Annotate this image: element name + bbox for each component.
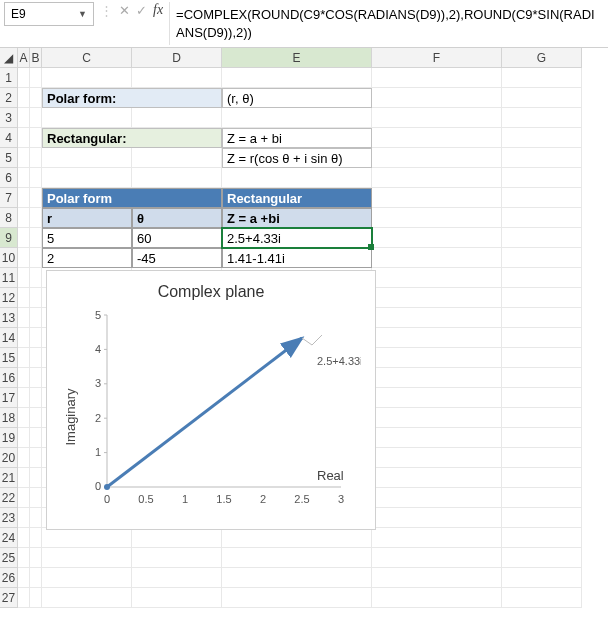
formula-buttons: ⋮ ✕ ✓ fx <box>94 2 169 18</box>
separator-icon: ⋮ <box>100 3 113 18</box>
table-cell-z[interactable]: 1.41-1.41i <box>222 248 372 268</box>
row-header[interactable]: 10 <box>0 248 18 268</box>
table-sub-r[interactable]: r <box>42 208 132 228</box>
value-polar-form[interactable]: (r, θ) <box>222 88 372 108</box>
row-header[interactable]: 12 <box>0 288 18 308</box>
row-header[interactable]: 16 <box>0 368 18 388</box>
row-header[interactable]: 14 <box>0 328 18 348</box>
cell-reference: E9 <box>11 7 26 21</box>
row-header[interactable]: 4 <box>0 128 18 148</box>
svg-text:2: 2 <box>95 412 101 424</box>
row-header[interactable]: 6 <box>0 168 18 188</box>
svg-line-21 <box>107 338 302 487</box>
formula-bar: E9 ▼ ⋮ ✕ ✓ fx =COMPLEX(ROUND(C9*COS(RADI… <box>0 0 608 48</box>
row-header[interactable]: 19 <box>0 428 18 448</box>
row-header[interactable]: 5 <box>0 148 18 168</box>
row-header[interactable]: 7 <box>0 188 18 208</box>
row-header[interactable]: 26 <box>0 568 18 588</box>
table-sub-theta[interactable]: θ <box>132 208 222 228</box>
col-header[interactable]: F <box>372 48 502 68</box>
svg-text:0: 0 <box>104 493 110 505</box>
chevron-down-icon[interactable]: ▼ <box>78 9 87 19</box>
selected-cell[interactable]: 2.5+4.33i <box>221 227 373 249</box>
table-cell-theta[interactable]: -45 <box>132 248 222 268</box>
row-header[interactable]: 1 <box>0 68 18 88</box>
row-header[interactable]: 8 <box>0 208 18 228</box>
col-header[interactable]: C <box>42 48 132 68</box>
svg-text:0.5: 0.5 <box>138 493 153 505</box>
table-cell-r[interactable]: 5 <box>42 228 132 248</box>
chart-complex-plane[interactable]: Complex plane 0 1 2 3 4 5 0 0.5 1 1.5 <box>46 270 376 530</box>
svg-point-22 <box>104 484 110 490</box>
formula-input[interactable]: =COMPLEX(ROUND(C9*COS(RADIANS(D9)),2),RO… <box>169 2 604 45</box>
row-header[interactable]: 3 <box>0 108 18 128</box>
row-header[interactable]: 15 <box>0 348 18 368</box>
chart-ylabel: Imaginary <box>63 388 78 446</box>
chart-xlabel: Real <box>317 468 344 483</box>
row-header[interactable]: 11 <box>0 268 18 288</box>
row-header[interactable]: 17 <box>0 388 18 408</box>
row-header[interactable]: 21 <box>0 468 18 488</box>
svg-text:0: 0 <box>95 480 101 492</box>
col-header[interactable]: E <box>222 48 372 68</box>
table-head-rect[interactable]: Rectangular <box>222 188 372 208</box>
col-header[interactable]: A <box>18 48 30 68</box>
row-header[interactable]: 24 <box>0 528 18 548</box>
svg-text:1: 1 <box>182 493 188 505</box>
table-head-polar[interactable]: Polar form <box>42 188 222 208</box>
row-header[interactable]: 9 <box>0 228 18 248</box>
table-cell-theta[interactable]: 60 <box>132 228 222 248</box>
cancel-icon[interactable]: ✕ <box>119 3 130 18</box>
row-header[interactable]: 13 <box>0 308 18 328</box>
chart-title: Complex plane <box>63 283 359 301</box>
svg-text:3: 3 <box>338 493 344 505</box>
row-header[interactable]: 25 <box>0 548 18 568</box>
svg-text:2.5: 2.5 <box>294 493 309 505</box>
fx-icon[interactable]: fx <box>153 2 163 18</box>
chart-point-label: 2.5+4.33i <box>317 355 361 367</box>
col-header[interactable]: B <box>30 48 42 68</box>
name-box[interactable]: E9 ▼ <box>4 2 94 26</box>
row-header[interactable]: 18 <box>0 408 18 428</box>
col-header[interactable]: D <box>132 48 222 68</box>
svg-text:1.5: 1.5 <box>216 493 231 505</box>
row-header[interactable]: 23 <box>0 508 18 528</box>
row-header[interactable]: 20 <box>0 448 18 468</box>
svg-text:4: 4 <box>95 343 101 355</box>
svg-text:3: 3 <box>95 377 101 389</box>
svg-text:1: 1 <box>95 446 101 458</box>
col-header[interactable]: G <box>502 48 582 68</box>
value-rect1[interactable]: Z = a + bi <box>222 128 372 148</box>
chart-svg: 0 1 2 3 4 5 0 0.5 1 1.5 2 2.5 3 <box>63 307 361 517</box>
value-rect2[interactable]: Z = r(cos θ + i sin θ) <box>222 148 372 168</box>
table-sub-z[interactable]: Z = a +bi <box>222 208 372 228</box>
row-header[interactable]: 27 <box>0 588 18 608</box>
row-header[interactable]: 2 <box>0 88 18 108</box>
svg-text:2: 2 <box>260 493 266 505</box>
select-all-corner[interactable]: ◢ <box>0 48 18 68</box>
svg-text:5: 5 <box>95 309 101 321</box>
label-rectangular[interactable]: Rectangular: <box>42 128 222 148</box>
table-cell-r[interactable]: 2 <box>42 248 132 268</box>
confirm-icon[interactable]: ✓ <box>136 3 147 18</box>
row-header[interactable]: 22 <box>0 488 18 508</box>
label-polar-form[interactable]: Polar form: <box>42 88 222 108</box>
